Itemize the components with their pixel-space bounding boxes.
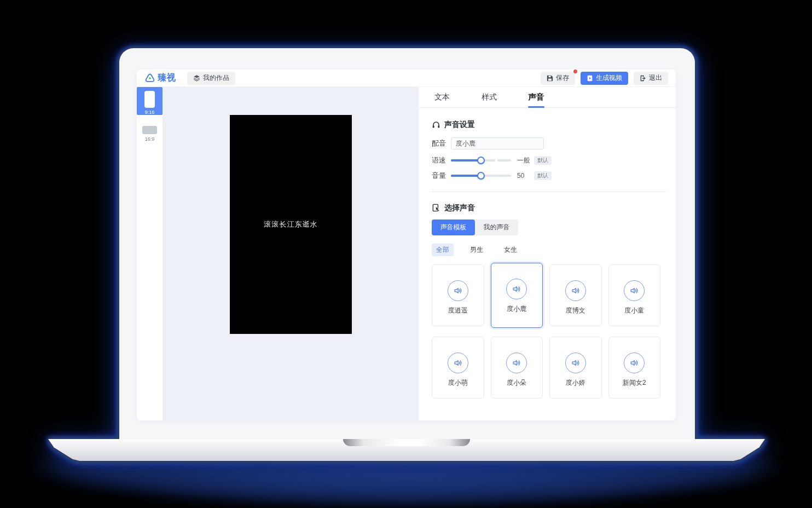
voice-card[interactable]: 度小萌 <box>432 337 484 399</box>
landscape-thumb <box>142 126 157 134</box>
speed-slider[interactable] <box>451 159 511 161</box>
speaker-icon <box>571 286 581 296</box>
voice-grid: 度逍遥 度小鹿 <box>432 264 660 399</box>
speaker-icon <box>629 358 639 368</box>
section-divider <box>432 192 666 192</box>
save-icon <box>547 75 553 82</box>
logo-text: 臻视 <box>158 72 176 84</box>
ratio-label: 16:9 <box>145 136 155 142</box>
volume-slider-handle[interactable] <box>477 172 485 180</box>
speed-slider-handle[interactable] <box>477 157 485 164</box>
my-works-label: 我的作品 <box>203 73 229 83</box>
logo-play-icon <box>144 73 155 84</box>
voice-card[interactable]: 度小朵 <box>491 337 543 399</box>
top-bar: 臻视 我的作品 <box>137 70 676 87</box>
tab-style[interactable]: 样式 <box>466 87 513 107</box>
segment-my-voices[interactable]: 我的声音 <box>475 220 518 235</box>
speed-default-button[interactable]: 默认 <box>534 156 552 165</box>
laptop-base <box>48 439 765 461</box>
voice-card[interactable]: 度逍遥 <box>432 264 484 326</box>
panel-tabs: 文本 样式 声音 <box>419 87 676 108</box>
voice-card[interactable]: 度小童 <box>608 264 661 326</box>
filter-male[interactable]: 男生 <box>466 244 488 256</box>
gender-filters: 全部 男生 女生 <box>432 244 666 256</box>
choose-voice-title: 选择声音 <box>444 203 475 213</box>
speaker-icon <box>453 286 463 296</box>
settings-panel: 文本 样式 声音 声音设置 <box>419 87 676 420</box>
speaker-icon <box>571 358 581 368</box>
aspect-ratio-rail: 9:16 16:9 <box>137 87 163 420</box>
voice-name: 度博文 <box>566 306 585 315</box>
voice-name: 度小童 <box>624 306 644 315</box>
video-file-icon <box>587 75 593 82</box>
portrait-thumb <box>144 91 155 108</box>
filter-female[interactable]: 女生 <box>500 244 521 256</box>
voice-label: 配音 <box>432 138 446 148</box>
speed-slider-row: 语速 一般 默认 <box>432 156 666 165</box>
preview-caption: 滚滚长江东逝水 <box>264 220 318 229</box>
ratio-item-9-16[interactable]: 9:16 <box>137 87 163 115</box>
app-window: 臻视 我的作品 <box>137 70 676 420</box>
volume-slider[interactable] <box>451 175 511 177</box>
sound-settings-header: 声音设置 <box>432 120 666 130</box>
voice-name: 度小萌 <box>448 378 468 388</box>
my-works-button[interactable]: 我的作品 <box>187 72 235 85</box>
panel-content: 声音设置 配音 语速 <box>419 120 676 399</box>
layers-icon <box>193 74 200 82</box>
volume-slider-fill <box>451 175 481 177</box>
speaker-circle <box>565 353 586 373</box>
save-label: 保存 <box>556 73 569 83</box>
app-body: 9:16 16:9 滚滚长江东逝水 <box>137 87 676 420</box>
speed-label: 语速 <box>432 155 446 165</box>
headphones-icon <box>432 120 440 129</box>
voice-name: 度小鹿 <box>507 304 526 314</box>
speaker-circle <box>506 353 527 373</box>
voice-name: 度小朵 <box>507 378 526 388</box>
ratio-label: 9:16 <box>145 109 155 115</box>
video-preview[interactable]: 滚滚长江东逝水 <box>230 115 352 334</box>
voice-card[interactable]: 新闻女2 <box>608 337 661 399</box>
laptop-mockup: 臻视 我的作品 <box>48 48 765 463</box>
speaker-circle <box>506 279 527 299</box>
save-notification-dot <box>573 70 577 73</box>
generate-video-label: 生成视频 <box>596 73 622 83</box>
speaker-icon <box>512 284 521 294</box>
speaker-circle <box>565 280 586 301</box>
filter-all[interactable]: 全部 <box>432 244 454 256</box>
logout-icon <box>640 75 646 82</box>
speaker-icon <box>512 358 521 368</box>
sound-settings-title: 声音设置 <box>444 120 475 130</box>
laptop-notch <box>343 439 470 446</box>
voice-name: 度逍遥 <box>448 306 468 315</box>
exit-label: 退出 <box>649 73 662 83</box>
voice-name: 度小娇 <box>566 378 585 388</box>
speed-default-marker <box>495 159 497 162</box>
voice-name: 新闻女2 <box>623 378 646 388</box>
volume-value: 50 <box>517 172 532 180</box>
speaker-circle <box>448 280 468 301</box>
ratio-item-16-9[interactable]: 16:9 <box>137 126 163 142</box>
save-button[interactable]: 保存 <box>541 72 575 85</box>
voice-card-selected[interactable]: 度小鹿 <box>491 263 543 328</box>
speaker-circle <box>448 353 468 373</box>
select-page-icon <box>432 204 440 212</box>
volume-default-button[interactable]: 默认 <box>534 171 552 180</box>
voice-select-row: 配音 <box>432 137 666 149</box>
tab-sound[interactable]: 声音 <box>513 87 560 107</box>
exit-button[interactable]: 退出 <box>634 72 668 85</box>
speed-value: 一般 <box>517 156 532 165</box>
speaker-icon <box>453 358 463 368</box>
voice-card[interactable]: 度博文 <box>549 264 602 326</box>
volume-label: 音量 <box>432 171 446 181</box>
volume-slider-row: 音量 50 默认 <box>432 171 666 180</box>
segment-voice-templates[interactable]: 声音模板 <box>432 220 475 235</box>
voice-input[interactable] <box>451 137 544 149</box>
laptop-screen: 臻视 我的作品 <box>119 48 695 440</box>
voice-source-segments: 声音模板 我的声音 <box>432 220 518 235</box>
generate-video-button[interactable]: 生成视频 <box>581 72 628 85</box>
speed-slider-fill <box>451 159 481 161</box>
stage: 臻视 我的作品 <box>0 0 812 508</box>
speaker-circle <box>624 353 645 373</box>
voice-card[interactable]: 度小娇 <box>549 337 602 399</box>
tab-text[interactable]: 文本 <box>419 87 466 107</box>
